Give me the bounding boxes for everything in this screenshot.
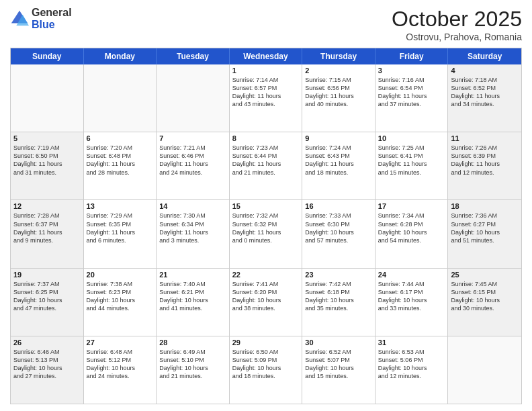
calendar-cell: 28Sunrise: 6:49 AM Sunset: 5:10 PM Dayli… bbox=[157, 336, 230, 404]
cell-info: Sunrise: 7:14 AM Sunset: 6:57 PM Dayligh… bbox=[232, 76, 300, 109]
calendar-cell: 5Sunrise: 7:19 AM Sunset: 6:50 PM Daylig… bbox=[11, 132, 84, 199]
calendar-row: 5Sunrise: 7:19 AM Sunset: 6:50 PM Daylig… bbox=[11, 132, 521, 200]
day-number: 3 bbox=[378, 66, 445, 75]
calendar-cell: 15Sunrise: 7:32 AM Sunset: 6:32 PM Dayli… bbox=[230, 200, 303, 267]
calendar: SundayMondayTuesdayWednesdayThursdayFrid… bbox=[10, 48, 522, 404]
cell-info: Sunrise: 7:42 AM Sunset: 6:18 PM Dayligh… bbox=[305, 280, 372, 313]
calendar-row: 19Sunrise: 7:37 AM Sunset: 6:25 PM Dayli… bbox=[11, 269, 521, 336]
calendar-cell: 14Sunrise: 7:30 AM Sunset: 6:34 PM Dayli… bbox=[157, 200, 230, 267]
cell-info: Sunrise: 7:30 AM Sunset: 6:34 PM Dayligh… bbox=[159, 212, 226, 244]
calendar-cell: 30Sunrise: 6:52 AM Sunset: 5:07 PM Dayli… bbox=[302, 336, 375, 404]
calendar-cell: 19Sunrise: 7:37 AM Sunset: 6:25 PM Dayli… bbox=[11, 269, 84, 336]
calendar-row: 12Sunrise: 7:28 AM Sunset: 6:37 PM Dayli… bbox=[11, 200, 521, 268]
cell-info: Sunrise: 6:48 AM Sunset: 5:12 PM Dayligh… bbox=[87, 348, 154, 381]
cell-info: Sunrise: 7:44 AM Sunset: 6:17 PM Dayligh… bbox=[378, 280, 445, 313]
calendar-cell bbox=[84, 64, 157, 132]
weekday-header: Tuesday bbox=[157, 48, 230, 64]
cell-info: Sunrise: 7:19 AM Sunset: 6:50 PM Dayligh… bbox=[13, 144, 81, 177]
calendar-cell: 7Sunrise: 7:21 AM Sunset: 6:46 PM Daylig… bbox=[157, 132, 230, 199]
cell-info: Sunrise: 7:37 AM Sunset: 6:25 PM Dayligh… bbox=[13, 280, 81, 313]
calendar-cell: 8Sunrise: 7:23 AM Sunset: 6:44 PM Daylig… bbox=[230, 132, 303, 199]
calendar-cell bbox=[157, 64, 230, 132]
cell-info: Sunrise: 7:25 AM Sunset: 6:41 PM Dayligh… bbox=[378, 144, 445, 177]
calendar-cell: 23Sunrise: 7:42 AM Sunset: 6:18 PM Dayli… bbox=[302, 269, 375, 336]
calendar-body: 1Sunrise: 7:14 AM Sunset: 6:57 PM Daylig… bbox=[11, 64, 521, 404]
calendar-cell: 3Sunrise: 7:16 AM Sunset: 6:54 PM Daylig… bbox=[375, 64, 449, 132]
cell-info: Sunrise: 7:33 AM Sunset: 6:30 PM Dayligh… bbox=[305, 212, 372, 244]
day-number: 6 bbox=[87, 134, 154, 142]
calendar-cell bbox=[448, 336, 521, 404]
day-number: 22 bbox=[232, 271, 300, 279]
month-title: October 2025 bbox=[392, 7, 522, 32]
day-number: 12 bbox=[13, 202, 81, 210]
calendar-cell: 18Sunrise: 7:36 AM Sunset: 6:27 PM Dayli… bbox=[448, 200, 521, 267]
day-number: 23 bbox=[305, 271, 372, 279]
weekday-header: Sunday bbox=[11, 48, 84, 64]
day-number: 17 bbox=[378, 202, 445, 210]
calendar-cell: 10Sunrise: 7:25 AM Sunset: 6:41 PM Dayli… bbox=[375, 132, 449, 199]
cell-info: Sunrise: 7:15 AM Sunset: 6:56 PM Dayligh… bbox=[305, 76, 372, 109]
cell-info: Sunrise: 6:50 AM Sunset: 5:09 PM Dayligh… bbox=[232, 348, 300, 381]
calendar-cell: 26Sunrise: 6:46 AM Sunset: 5:13 PM Dayli… bbox=[11, 336, 84, 404]
day-number: 10 bbox=[378, 134, 445, 142]
day-number: 30 bbox=[305, 338, 372, 347]
day-number: 5 bbox=[13, 134, 81, 142]
calendar-cell bbox=[11, 64, 84, 132]
day-number: 31 bbox=[378, 338, 445, 347]
cell-info: Sunrise: 6:52 AM Sunset: 5:07 PM Dayligh… bbox=[305, 348, 372, 381]
weekday-header: Saturday bbox=[448, 48, 521, 64]
calendar-cell: 21Sunrise: 7:40 AM Sunset: 6:21 PM Dayli… bbox=[157, 269, 230, 336]
day-number: 4 bbox=[451, 66, 519, 75]
calendar-cell: 9Sunrise: 7:24 AM Sunset: 6:43 PM Daylig… bbox=[302, 132, 375, 199]
weekday-header: Thursday bbox=[302, 48, 375, 64]
calendar-cell: 24Sunrise: 7:44 AM Sunset: 6:17 PM Dayli… bbox=[375, 269, 449, 336]
cell-info: Sunrise: 7:41 AM Sunset: 6:20 PM Dayligh… bbox=[232, 280, 300, 313]
cell-info: Sunrise: 7:28 AM Sunset: 6:37 PM Dayligh… bbox=[13, 212, 81, 244]
calendar-cell: 1Sunrise: 7:14 AM Sunset: 6:57 PM Daylig… bbox=[230, 64, 303, 132]
logo-text: General Blue bbox=[32, 7, 72, 30]
cell-info: Sunrise: 6:46 AM Sunset: 5:13 PM Dayligh… bbox=[13, 348, 81, 381]
calendar-cell: 4Sunrise: 7:18 AM Sunset: 6:52 PM Daylig… bbox=[448, 64, 521, 132]
cell-info: Sunrise: 7:16 AM Sunset: 6:54 PM Dayligh… bbox=[378, 76, 445, 109]
cell-info: Sunrise: 7:24 AM Sunset: 6:43 PM Dayligh… bbox=[305, 144, 372, 177]
location: Ostrovu, Prahova, Romania bbox=[392, 32, 522, 42]
calendar-cell: 12Sunrise: 7:28 AM Sunset: 6:37 PM Dayli… bbox=[11, 200, 84, 267]
day-number: 28 bbox=[159, 338, 226, 347]
day-number: 11 bbox=[451, 134, 519, 142]
cell-info: Sunrise: 7:36 AM Sunset: 6:27 PM Dayligh… bbox=[451, 212, 519, 244]
calendar-header: SundayMondayTuesdayWednesdayThursdayFrid… bbox=[11, 48, 521, 64]
calendar-cell: 25Sunrise: 7:45 AM Sunset: 6:15 PM Dayli… bbox=[448, 269, 521, 336]
calendar-row: 26Sunrise: 6:46 AM Sunset: 5:13 PM Dayli… bbox=[11, 336, 521, 404]
day-number: 2 bbox=[305, 66, 372, 75]
cell-info: Sunrise: 7:40 AM Sunset: 6:21 PM Dayligh… bbox=[159, 280, 226, 313]
calendar-cell: 2Sunrise: 7:15 AM Sunset: 6:56 PM Daylig… bbox=[302, 64, 375, 132]
logo-blue: Blue bbox=[32, 19, 72, 31]
cell-info: Sunrise: 7:18 AM Sunset: 6:52 PM Dayligh… bbox=[451, 76, 519, 109]
weekday-header: Friday bbox=[375, 48, 449, 64]
calendar-cell: 6Sunrise: 7:20 AM Sunset: 6:48 PM Daylig… bbox=[84, 132, 157, 199]
logo-icon bbox=[10, 9, 29, 28]
day-number: 26 bbox=[13, 338, 81, 347]
cell-info: Sunrise: 7:20 AM Sunset: 6:48 PM Dayligh… bbox=[87, 144, 154, 177]
day-number: 19 bbox=[13, 271, 81, 279]
weekday-header: Wednesday bbox=[230, 48, 303, 64]
day-number: 16 bbox=[305, 202, 372, 210]
logo-general: General bbox=[32, 7, 72, 19]
cell-info: Sunrise: 7:32 AM Sunset: 6:32 PM Dayligh… bbox=[232, 212, 300, 244]
calendar-cell: 31Sunrise: 6:53 AM Sunset: 5:06 PM Dayli… bbox=[375, 336, 449, 404]
calendar-cell: 27Sunrise: 6:48 AM Sunset: 5:12 PM Dayli… bbox=[84, 336, 157, 404]
cell-info: Sunrise: 6:49 AM Sunset: 5:10 PM Dayligh… bbox=[159, 348, 226, 381]
day-number: 21 bbox=[159, 271, 226, 279]
header: General Blue October 2025 Ostrovu, Praho… bbox=[10, 7, 522, 42]
page: General Blue October 2025 Ostrovu, Praho… bbox=[0, 0, 532, 411]
calendar-cell: 17Sunrise: 7:34 AM Sunset: 6:28 PM Dayli… bbox=[375, 200, 449, 267]
day-number: 1 bbox=[232, 66, 300, 75]
day-number: 25 bbox=[451, 271, 519, 279]
calendar-cell: 13Sunrise: 7:29 AM Sunset: 6:35 PM Dayli… bbox=[84, 200, 157, 267]
calendar-cell: 22Sunrise: 7:41 AM Sunset: 6:20 PM Dayli… bbox=[230, 269, 303, 336]
calendar-cell: 29Sunrise: 6:50 AM Sunset: 5:09 PM Dayli… bbox=[230, 336, 303, 404]
calendar-row: 1Sunrise: 7:14 AM Sunset: 6:57 PM Daylig… bbox=[11, 64, 521, 132]
cell-info: Sunrise: 7:34 AM Sunset: 6:28 PM Dayligh… bbox=[378, 212, 445, 244]
day-number: 29 bbox=[232, 338, 300, 347]
day-number: 24 bbox=[378, 271, 445, 279]
